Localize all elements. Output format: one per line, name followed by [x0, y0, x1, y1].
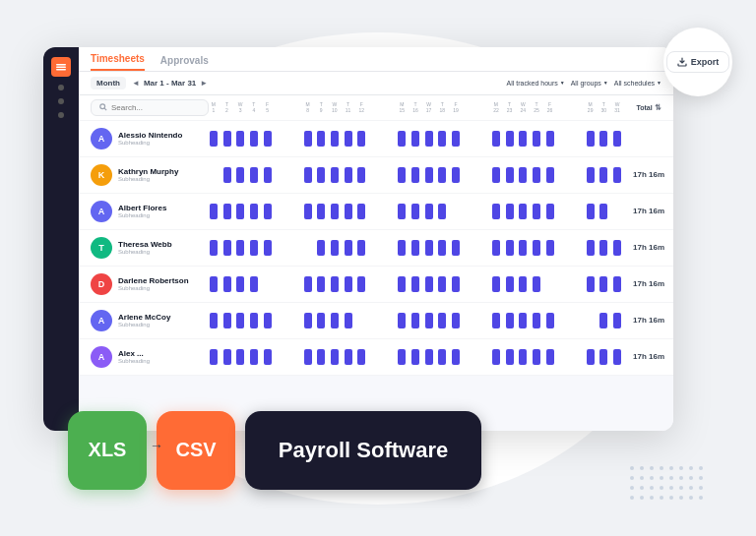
day-cell[interactable] [610, 230, 624, 266]
day-cell[interactable] [570, 267, 584, 302]
day-cell[interactable] [247, 194, 261, 229]
day-cell[interactable] [503, 230, 517, 266]
day-cell[interactable] [570, 121, 584, 156]
day-cell[interactable] [463, 303, 476, 338]
xls-badge[interactable]: XLS [68, 411, 147, 490]
day-cell[interactable] [556, 157, 570, 193]
day-cell[interactable] [233, 230, 247, 266]
day-cell[interactable] [220, 339, 234, 375]
day-cell[interactable] [463, 157, 476, 193]
day-cell[interactable] [435, 339, 449, 375]
day-cell[interactable] [503, 157, 517, 193]
day-cell[interactable] [233, 194, 247, 229]
day-cell[interactable] [287, 230, 301, 266]
day-cell[interactable] [409, 230, 422, 266]
filter-schedules[interactable]: All schedules [614, 80, 662, 87]
day-cell[interactable] [516, 157, 530, 193]
day-cell[interactable] [314, 230, 328, 266]
day-cell[interactable] [274, 303, 287, 338]
day-cell[interactable] [570, 303, 584, 338]
day-cell[interactable] [368, 157, 382, 193]
day-cell[interactable] [422, 267, 436, 302]
day-cell[interactable] [597, 339, 610, 375]
day-cell[interactable] [274, 230, 287, 266]
day-cell[interactable] [422, 230, 436, 266]
day-cell[interactable] [328, 157, 342, 193]
day-cell[interactable] [382, 157, 396, 193]
day-cell[interactable] [475, 339, 489, 375]
filter-groups[interactable]: All groups [571, 80, 608, 87]
day-cell[interactable] [463, 121, 476, 156]
day-cell[interactable] [570, 194, 584, 229]
day-cell[interactable] [328, 303, 342, 338]
day-cell[interactable] [409, 121, 422, 156]
day-cell[interactable] [435, 194, 449, 229]
day-cell[interactable] [543, 194, 557, 229]
day-cell[interactable] [314, 157, 328, 193]
month-selector[interactable]: Month [91, 77, 126, 89]
day-cell[interactable] [233, 267, 247, 302]
day-cell[interactable] [597, 194, 610, 229]
day-cell[interactable] [584, 303, 598, 338]
day-cell[interactable] [247, 303, 261, 338]
day-cell[interactable] [449, 339, 463, 375]
day-cell[interactable] [301, 267, 315, 302]
day-cell[interactable] [489, 339, 503, 375]
day-cell[interactable] [597, 267, 610, 302]
day-cell[interactable] [274, 339, 287, 375]
day-cell[interactable] [530, 121, 543, 156]
day-cell[interactable] [489, 157, 503, 193]
day-cell[interactable] [274, 157, 287, 193]
day-cell[interactable] [584, 267, 598, 302]
day-cell[interactable] [354, 303, 368, 338]
day-cell[interactable] [207, 339, 220, 375]
day-cell[interactable] [207, 157, 220, 193]
day-cell[interactable] [556, 230, 570, 266]
day-cell[interactable] [409, 303, 422, 338]
day-cell[interactable] [247, 121, 261, 156]
day-cell[interactable] [368, 194, 382, 229]
day-cell[interactable] [382, 230, 396, 266]
day-cell[interactable] [354, 267, 368, 302]
day-cell[interactable] [409, 267, 422, 302]
day-cell[interactable] [463, 267, 476, 302]
day-cell[interactable] [610, 194, 624, 229]
day-cell[interactable] [382, 121, 396, 156]
day-cell[interactable] [556, 194, 570, 229]
day-cell[interactable] [233, 157, 247, 193]
day-cell[interactable] [516, 303, 530, 338]
day-cell[interactable] [395, 303, 409, 338]
next-arrow[interactable]: ► [200, 79, 208, 88]
day-cell[interactable] [597, 303, 610, 338]
day-cell[interactable] [287, 121, 301, 156]
day-cell[interactable] [610, 267, 624, 302]
day-cell[interactable] [556, 267, 570, 302]
day-cell[interactable] [287, 267, 301, 302]
day-cell[interactable] [475, 157, 489, 193]
day-cell[interactable] [382, 303, 396, 338]
day-cell[interactable] [475, 267, 489, 302]
day-cell[interactable] [489, 267, 503, 302]
day-cell[interactable] [233, 303, 247, 338]
day-cell[interactable] [610, 303, 624, 338]
day-cell[interactable] [449, 230, 463, 266]
day-cell[interactable] [503, 194, 517, 229]
day-cell[interactable] [449, 194, 463, 229]
day-cell[interactable] [328, 267, 342, 302]
day-cell[interactable] [207, 267, 220, 302]
day-cell[interactable] [422, 303, 436, 338]
day-cell[interactable] [274, 267, 287, 302]
day-cell[interactable] [503, 303, 517, 338]
day-cell[interactable] [449, 267, 463, 302]
day-cell[interactable] [247, 267, 261, 302]
day-cell[interactable] [449, 121, 463, 156]
day-cell[interactable] [301, 339, 315, 375]
day-cell[interactable] [463, 194, 476, 229]
day-cell[interactable] [463, 339, 476, 375]
day-cell[interactable] [207, 230, 220, 266]
payroll-software-badge[interactable]: Payroll Software [245, 411, 481, 490]
day-cell[interactable] [475, 303, 489, 338]
search-input[interactable] [111, 103, 200, 112]
day-cell[interactable] [543, 230, 557, 266]
day-cell[interactable] [261, 121, 275, 156]
